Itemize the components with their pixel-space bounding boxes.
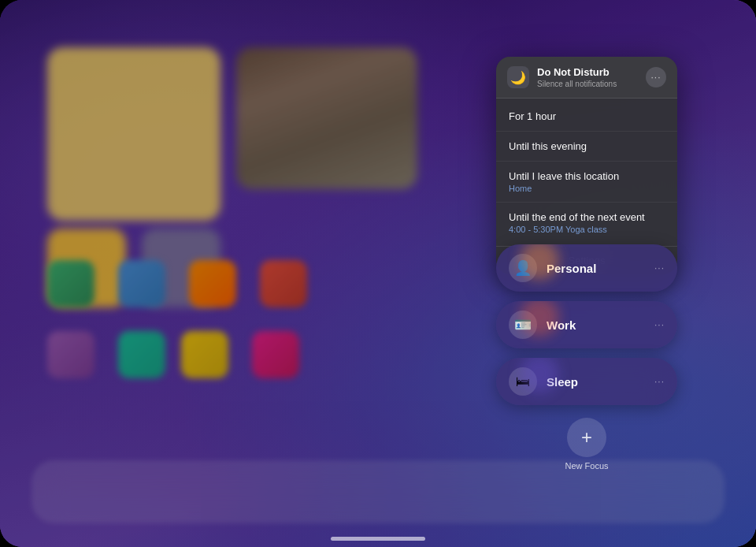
option-event-subtitle: 4:00 - 5:30PM Yoga class xyxy=(509,225,665,234)
personal-label: Personal xyxy=(547,262,654,275)
dnd-option-location[interactable]: Until I leave this location Home xyxy=(496,162,677,203)
ipad-screen: 🌙 Do Not Disturb Silence all notificatio… xyxy=(0,0,756,547)
new-focus-plus-icon[interactable]: + xyxy=(567,418,606,457)
dnd-subtitle: Silence all notifications xyxy=(537,80,646,88)
dnd-more-button[interactable]: ··· xyxy=(646,67,666,87)
focus-btn-sleep[interactable]: 🛏 Sleep ··· xyxy=(496,358,677,405)
dnd-title-group: Do Not Disturb Silence all notifications xyxy=(537,66,646,88)
new-focus-container[interactable]: + New Focus xyxy=(565,418,608,471)
sleep-more-icon[interactable]: ··· xyxy=(654,376,665,387)
work-more-icon[interactable]: ··· xyxy=(654,319,665,330)
dnd-title: Do Not Disturb xyxy=(537,66,646,79)
home-indicator xyxy=(331,537,425,541)
moon-icon: 🌙 xyxy=(507,66,529,88)
dnd-menu: 🌙 Do Not Disturb Silence all notificatio… xyxy=(496,57,677,274)
dnd-option-1hour[interactable]: For 1 hour xyxy=(496,102,677,132)
option-event-label: Until the end of the next event xyxy=(509,211,665,223)
focus-buttons-container: 👤 Personal ··· 🪪 Work ··· 🛏 Sleep ··· + … xyxy=(496,244,677,471)
dnd-option-evening[interactable]: Until this evening xyxy=(496,132,677,162)
plus-icon: + xyxy=(581,426,592,448)
option-location-subtitle: Home xyxy=(509,184,665,193)
option-evening-label: Until this evening xyxy=(509,140,587,152)
sleep-label: Sleep xyxy=(547,375,654,389)
more-dots-icon: ··· xyxy=(650,72,661,83)
new-focus-label: New Focus xyxy=(565,461,608,471)
dnd-header: 🌙 Do Not Disturb Silence all notificatio… xyxy=(496,57,677,99)
option-1hour-label: For 1 hour xyxy=(509,110,556,122)
focus-btn-work[interactable]: 🪪 Work ··· xyxy=(496,301,677,348)
dnd-options-list: For 1 hour Until this evening Until I le… xyxy=(496,99,677,246)
work-label: Work xyxy=(547,318,654,332)
focus-btn-personal[interactable]: 👤 Personal ··· xyxy=(496,244,677,292)
dnd-option-event[interactable]: Until the end of the next event 4:00 - 5… xyxy=(496,203,677,243)
option-location-label: Until I leave this location xyxy=(509,170,665,182)
personal-more-icon[interactable]: ··· xyxy=(654,262,665,274)
